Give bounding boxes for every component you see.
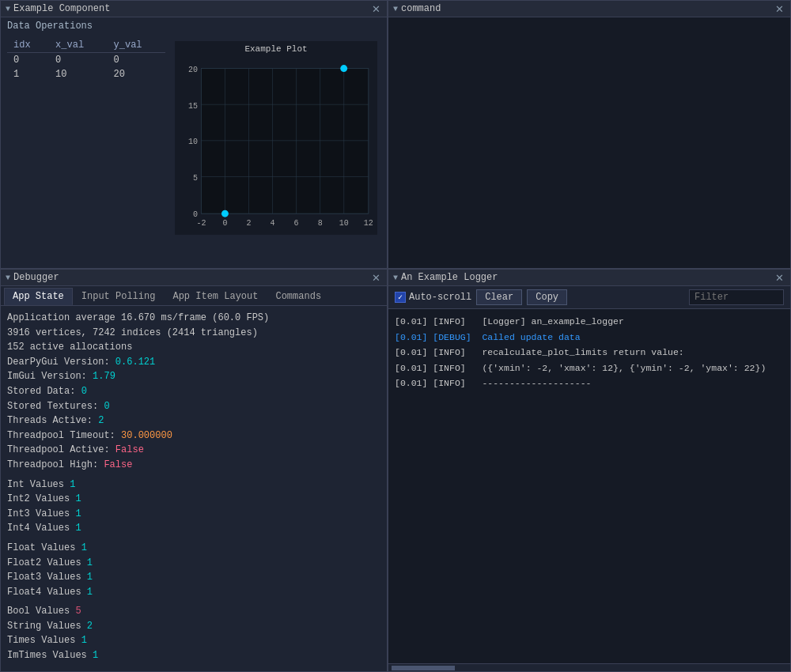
command-close[interactable]: ✕ (774, 4, 785, 14)
logger-close[interactable]: ✕ (774, 273, 785, 283)
collapse-icon: ▼ (6, 5, 10, 13)
plot-title: Example Plot (175, 41, 377, 55)
plot-point-2 (340, 65, 347, 72)
filter-input[interactable] (689, 289, 784, 305)
log-line: [0.01] [INFO] ({'xmin': -2, 'xmax': 12},… (395, 361, 784, 376)
svg-text:10: 10 (188, 138, 198, 146)
debug-line: Bool Values 5 (7, 604, 380, 619)
table-cell: 0 (108, 53, 165, 68)
debugger-panel: ▼ Debugger ✕ App State Input Polling App… (0, 269, 388, 672)
debug-line: Threadpool Timeout: 30.000000 (7, 428, 380, 444)
svg-text:5: 5 (193, 174, 198, 183)
debug-line: Threadpool High: False (7, 458, 380, 473)
example-component-close[interactable]: ✕ (370, 4, 382, 14)
command-panel: ▼ command ✕ (388, 0, 791, 269)
debug-line: 152 active allocations (7, 340, 380, 355)
plot-area: Example Plot (175, 41, 377, 235)
debug-line: Threads Active: 2 (7, 413, 380, 428)
debugger-tab-bar: App State Input Polling App Item Layout … (1, 286, 387, 306)
plot-point-1 (221, 210, 229, 217)
command-title: ▼ command (393, 3, 441, 14)
plot-svg: 20 15 10 5 0 -2 0 2 4 6 8 10 12 (175, 55, 377, 249)
debug-line: ImTimes Values 1 (7, 648, 380, 663)
command-collapse-icon: ▼ (393, 5, 398, 13)
autoscroll-checkbox[interactable]: ✓ Auto-scroll (395, 292, 471, 303)
data-table-wrapper: idx x_val y_val 00011020 (7, 38, 165, 238)
table-cell: 10 (49, 67, 107, 81)
autoscroll-label: Auto-scroll (409, 292, 471, 303)
svg-text:0: 0 (222, 219, 227, 228)
svg-text:10: 10 (339, 219, 349, 228)
col-header-xval: x_val (49, 38, 107, 53)
debugger-titlebar: ▼ Debugger ✕ (1, 270, 387, 286)
col-header-yval: y_val (108, 38, 165, 53)
debug-line: 3916 vertices, 7242 indices (2414 triang… (7, 326, 380, 341)
svg-text:12: 12 (364, 219, 373, 228)
svg-rect-0 (201, 69, 368, 214)
debug-line: Int4 Values 1 (7, 521, 380, 536)
debugger-content: Application average 16.670 ms/frame (60.… (1, 306, 387, 671)
debug-line: Int Values 1 (7, 478, 380, 493)
debug-line: Float Values 1 (7, 541, 380, 556)
example-component-panel: ▼ Example Component ✕ Data Operations id… (0, 0, 388, 269)
table-cell: 1 (7, 67, 49, 81)
copy-button[interactable]: Copy (527, 289, 567, 305)
logger-panel: ▼ An Example Logger ✕ ✓ Auto-scroll Clea… (388, 269, 791, 672)
debug-line: Threadpool Active: False (7, 443, 380, 458)
svg-text:20: 20 (188, 66, 198, 74)
svg-text:15: 15 (188, 102, 198, 111)
table-cell: 0 (7, 53, 49, 68)
logger-collapse-icon: ▼ (393, 274, 398, 282)
clear-button[interactable]: Clear (476, 289, 522, 305)
data-table: idx x_val y_val 00011020 (7, 38, 165, 81)
debugger-title: ▼ Debugger (6, 272, 59, 283)
debug-line: Float3 Values 1 (7, 570, 380, 585)
example-component-content: Data Operations idx x_val y_val 00011020 (1, 17, 387, 268)
svg-text:2: 2 (246, 219, 251, 228)
debug-line: Stored Textures: 0 (7, 399, 380, 414)
table-cell: 20 (108, 67, 165, 81)
checkbox-check: ✓ (395, 292, 406, 303)
debug-line: Application average 16.670 ms/frame (60.… (7, 311, 380, 326)
log-line: [0.01] [DEBUG] Called update data (395, 330, 784, 345)
debug-line: Times Values 1 (7, 633, 380, 648)
debug-line: ImGui Version: 1.79 (7, 369, 380, 384)
main-container: ▼ Example Component ✕ Data Operations id… (0, 0, 791, 672)
logger-scrollbar-thumb (392, 666, 455, 670)
tab-app-item-layout[interactable]: App Item Layout (164, 288, 267, 305)
table-cell: 0 (49, 53, 107, 68)
data-layout: idx x_val y_val 00011020 Example Plot (1, 35, 387, 241)
debug-line: String Values 2 (7, 619, 380, 634)
svg-text:-2: -2 (196, 219, 206, 228)
example-component-title: ▼ Example Component (6, 3, 110, 14)
svg-text:6: 6 (294, 219, 299, 228)
log-line: [0.01] [INFO] -------------------- (395, 376, 784, 391)
command-content (388, 17, 790, 268)
logger-titlebar: ▼ An Example Logger ✕ (388, 270, 790, 286)
svg-text:0: 0 (193, 210, 198, 219)
debugger-close[interactable]: ✕ (370, 273, 382, 283)
data-operations-label: Data Operations (1, 17, 387, 35)
debug-line: Stored Data: 0 (7, 384, 380, 399)
logger-scrollbar[interactable] (388, 663, 790, 671)
svg-text:8: 8 (318, 219, 323, 228)
logger-content: [0.01] [INFO] [Logger] an_example_logger… (388, 309, 790, 663)
debug-line: Float2 Values 1 (7, 556, 380, 571)
logger-toolbar: ✓ Auto-scroll Clear Copy (388, 286, 790, 309)
debug-line: Int3 Values 1 (7, 507, 380, 522)
log-line: [0.01] [INFO] recalculate_plot_limits re… (395, 345, 784, 361)
tab-commands[interactable]: Commands (267, 288, 330, 305)
log-line: [0.01] [INFO] [Logger] an_example_logger (395, 314, 784, 330)
debugger-collapse-icon: ▼ (6, 274, 10, 282)
tab-input-polling[interactable]: Input Polling (73, 288, 165, 305)
tab-app-state[interactable]: App State (4, 288, 73, 305)
logger-title: ▼ An Example Logger (393, 272, 498, 283)
debug-line: Int2 Values 1 (7, 492, 380, 507)
svg-text:4: 4 (271, 219, 275, 228)
debug-line: Float4 Values 1 (7, 585, 380, 600)
col-header-idx: idx (7, 38, 49, 53)
debug-line: DearPyGui Version: 0.6.121 (7, 355, 380, 370)
command-titlebar: ▼ command ✕ (388, 1, 790, 17)
example-component-titlebar: ▼ Example Component ✕ (1, 1, 387, 17)
